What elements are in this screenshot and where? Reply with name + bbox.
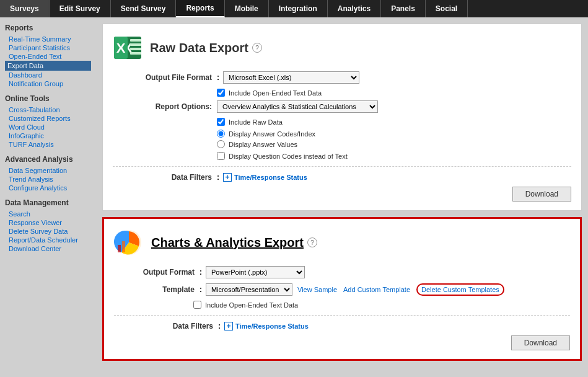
sidebar-section-online-tools: Online Tools	[5, 94, 91, 103]
template-actions: View Sample Add Custom Template Delete C…	[297, 283, 504, 296]
charts-analytics-help-icon[interactable]: ?	[307, 237, 317, 247]
display-options-group: Display Answer Codes/Index Display Answe…	[113, 130, 571, 148]
display-answer-codes-radio[interactable]	[217, 130, 225, 138]
top-navigation: Surveys Edit Survey Send Survey Reports …	[0, 0, 588, 17]
nav-analytics[interactable]: Analytics	[328, 0, 381, 17]
sidebar-customized-reports[interactable]: Customized Reports	[5, 114, 91, 123]
sidebar-section-reports: Reports	[5, 24, 91, 32]
delete-custom-templates-link[interactable]: Delete Custom Templates	[416, 283, 504, 296]
sidebar-search[interactable]: Search	[5, 210, 91, 218]
sidebar-data-segmentation[interactable]: Data Segmentation	[5, 166, 91, 175]
svg-rect-5	[130, 43, 141, 46]
charts-analytics-title[interactable]: Charts & Analytics Export	[151, 236, 304, 250]
nav-integration[interactable]: Integration	[269, 0, 328, 17]
output-file-format-row: Output File Format : Microsoft Excel (.x…	[113, 71, 571, 84]
charts-download-row: Download	[114, 335, 570, 350]
nav-panels[interactable]: Panels	[381, 0, 426, 17]
nav-social[interactable]: Social	[426, 0, 468, 17]
sidebar-cross-tabulation[interactable]: Cross-Tabulation	[5, 105, 91, 114]
sidebar-section-data-management: Data Management	[5, 198, 91, 207]
nav-edit-survey[interactable]: Edit Survey	[50, 0, 111, 17]
sidebar-export-data[interactable]: Export Data	[5, 61, 91, 71]
report-options-select[interactable]: Overview Analytics & Statistical Calcula…	[217, 100, 378, 113]
raw-data-help-icon[interactable]: ?	[252, 43, 262, 53]
nav-reports[interactable]: Reports	[176, 0, 224, 17]
sidebar-delete-survey-data[interactable]: Delete Survey Data	[5, 227, 91, 236]
sidebar: Reports Real-Time Summary Participant St…	[0, 17, 96, 377]
sidebar-dashboard[interactable]: Dashboard	[5, 71, 91, 79]
display-answer-values-radio[interactable]	[217, 140, 225, 148]
charts-include-open-ended-label: Include Open-Ended Text Data	[205, 301, 298, 309]
display-question-codes-row: Display Question Codes instead of Text	[113, 152, 571, 160]
charts-time-response-status-link[interactable]: Time/Response Status	[235, 322, 309, 330]
charts-analytics-export-card: Charts & Analytics Export ? Output Forma…	[102, 217, 582, 361]
display-question-codes-checkbox[interactable]	[217, 152, 225, 160]
include-open-ended-row: Include Open-Ended Text Data	[113, 89, 571, 97]
template-label: Template	[126, 285, 195, 294]
nav-mobile[interactable]: Mobile	[225, 0, 269, 17]
charts-include-open-ended-checkbox[interactable]	[193, 301, 201, 309]
nav-send-survey[interactable]: Send Survey	[111, 0, 177, 17]
include-open-ended-label: Include Open-Ended Text Data	[229, 89, 322, 97]
charts-download-button[interactable]: Download	[511, 335, 570, 350]
charts-analytics-header: Charts & Analytics Export ?	[114, 228, 570, 257]
sidebar-download-center[interactable]: Download Center	[5, 244, 91, 253]
sidebar-section-advanced-analysis: Advanced Analysis	[5, 155, 91, 164]
sidebar-infographic[interactable]: InfoGraphic	[5, 131, 91, 140]
content-area: X X Raw Data Export ? Output File Format…	[96, 17, 588, 377]
sidebar-real-time-summary[interactable]: Real-Time Summary	[5, 35, 91, 43]
template-select[interactable]: Microsoft/Presentation2 Default Custom1	[206, 283, 292, 296]
display-answer-codes-option: Display Answer Codes/Index	[217, 130, 571, 138]
svg-rect-4	[130, 39, 141, 42]
charts-data-filters-label: Data Filters	[126, 322, 213, 330]
raw-data-download-row: Download	[113, 187, 571, 202]
raw-data-export-card: X X Raw Data Export ? Output File Format…	[102, 24, 582, 211]
output-format-row: Output Format : PowerPoint (.pptx) PDF	[114, 266, 570, 278]
excel-icon: X X	[113, 33, 143, 63]
sidebar-word-cloud[interactable]: Word Cloud	[5, 123, 91, 131]
divider-1	[113, 166, 571, 167]
display-answer-values-option: Display Answer Values	[217, 140, 571, 148]
charts-data-filters-row: Data Filters : + Time/Response Status	[114, 322, 570, 330]
report-options-row: Report Options: Overview Analytics & Sta…	[113, 100, 571, 113]
charts-data-filters-plus-icon[interactable]: +	[224, 322, 233, 330]
sidebar-response-viewer[interactable]: Response Viewer	[5, 218, 91, 227]
svg-rect-7	[130, 52, 141, 55]
sidebar-turf-analysis[interactable]: TURF Analysis	[5, 140, 91, 149]
display-question-codes-label: Display Question Codes instead of Text	[229, 153, 348, 160]
main-layout: Reports Real-Time Summary Participant St…	[0, 17, 588, 377]
time-response-status-link[interactable]: Time/Response Status	[234, 174, 307, 181]
divider-2	[114, 315, 570, 316]
sidebar-participant-statistics[interactable]: Participant Statistics	[5, 43, 91, 52]
charts-icon	[114, 228, 144, 257]
include-raw-data-label: Include Raw Data	[229, 118, 283, 126]
data-filters-label: Data Filters	[125, 173, 212, 182]
svg-rect-6	[130, 48, 141, 50]
add-custom-template-link[interactable]: Add Custom Template	[343, 286, 410, 293]
raw-data-download-button[interactable]: Download	[512, 187, 571, 202]
output-format-label: Output Format	[126, 268, 195, 277]
sidebar-notification-group[interactable]: Notification Group	[5, 79, 91, 88]
output-format-select[interactable]: PowerPoint (.pptx) PDF	[206, 266, 305, 278]
data-filters-row: Data Filters : + Time/Response Status	[113, 173, 571, 182]
sidebar-trend-analysis[interactable]: Trend Analysis	[5, 175, 91, 184]
nav-surveys[interactable]: Surveys	[0, 0, 50, 17]
svg-rect-9	[118, 245, 121, 252]
raw-data-title: Raw Data Export	[150, 41, 248, 55]
charts-include-open-ended-row: Include Open-Ended Text Data	[114, 301, 570, 309]
data-filters-plus-icon[interactable]: +	[223, 173, 232, 182]
svg-rect-10	[122, 241, 125, 252]
include-raw-data-checkbox[interactable]	[217, 118, 225, 126]
output-file-format-select[interactable]: Microsoft Excel (.xls) CSV SPSS PDF	[223, 71, 359, 84]
sidebar-configure-analytics[interactable]: Configure Analytics	[5, 184, 91, 192]
svg-text:X: X	[116, 40, 126, 56]
view-sample-link[interactable]: View Sample	[297, 286, 337, 293]
template-row: Template : Microsoft/Presentation2 Defau…	[114, 283, 570, 296]
display-answer-values-label: Display Answer Values	[229, 141, 297, 148]
include-open-ended-checkbox[interactable]	[217, 89, 225, 97]
sidebar-open-ended-text[interactable]: Open-Ended Text	[5, 52, 91, 61]
report-options-label: Report Options:	[125, 102, 212, 111]
include-raw-data-row: Include Raw Data	[113, 118, 571, 126]
output-file-format-label: Output File Format	[125, 73, 212, 82]
sidebar-report-data-scheduler[interactable]: Report/Data Scheduler	[5, 236, 91, 244]
